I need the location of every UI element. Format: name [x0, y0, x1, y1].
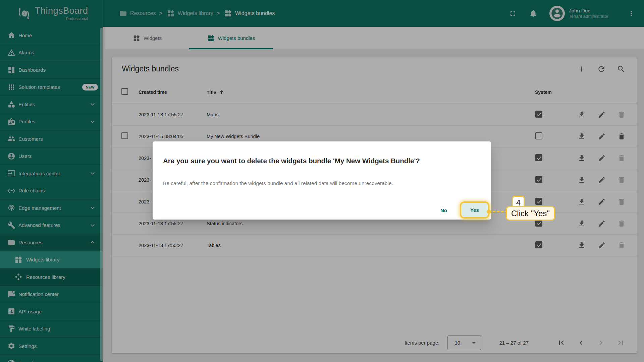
- thingsboard-app: ThingsBoard Professional Resources > Wid…: [0, 0, 644, 362]
- dialog-message: Be careful, after the confirmation the w…: [163, 180, 393, 186]
- no-button[interactable]: No: [433, 204, 454, 217]
- yes-button-label: Yes: [470, 207, 479, 213]
- delete-confirmation-dialog: Are you sure you want to delete the widg…: [153, 141, 491, 220]
- dialog-title: Are you sure you want to delete the widg…: [163, 157, 420, 165]
- annotation-label: Click "Yes": [506, 206, 555, 221]
- yes-button[interactable]: Yes: [460, 201, 489, 219]
- annotation-connector-line: [489, 211, 507, 212]
